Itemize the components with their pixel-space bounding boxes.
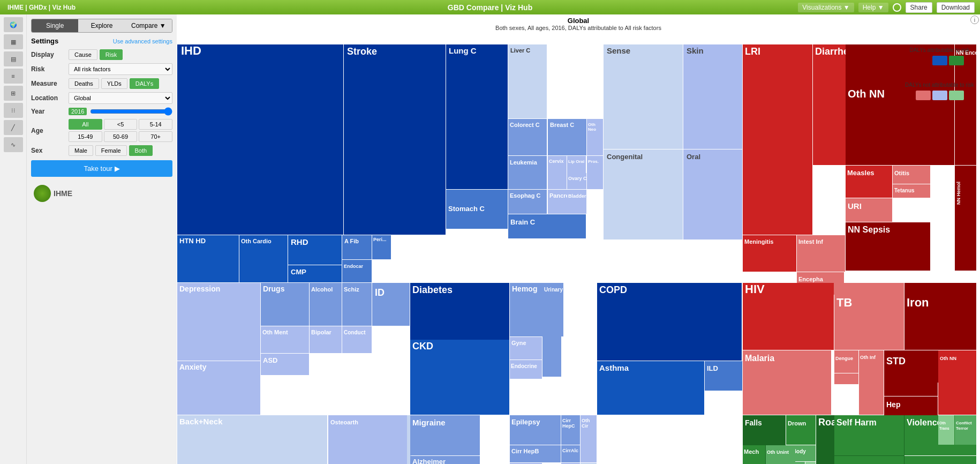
mode-tabs: Single Explore Compare ▼: [31, 19, 172, 33]
ihme-logo: [34, 185, 51, 202]
cell-oth-unint[interactable]: [766, 446, 795, 464]
display-control: Cause Risk: [69, 49, 172, 60]
deaths-toggle[interactable]: Deaths: [69, 78, 99, 89]
cell-iron[interactable]: [904, 283, 976, 350]
age-50-69[interactable]: 50-69: [104, 131, 138, 142]
sidebar: 🌍 ▦ ▤ ≡ ⊞ ⁝⁝ ╱ ∿ Single Explore Compare …: [0, 14, 177, 464]
advanced-settings-link[interactable]: Use advanced settings: [113, 38, 172, 44]
svg-text:Oth Unint: Oth Unint: [767, 450, 789, 455]
help-button[interactable]: Help ▼: [858, 3, 888, 12]
dalys-toggle[interactable]: DALYs: [130, 78, 159, 89]
cell-congenital[interactable]: [604, 149, 683, 240]
visualizations-button[interactable]: Visualizations ▼: [798, 3, 854, 12]
info-icon[interactable]: i: [970, 16, 979, 24]
topbar: IHME | GHDx | Viz Hub GBD Compare | Viz …: [0, 0, 980, 14]
svg-text:Liver C: Liver C: [510, 47, 530, 54]
svg-text:Falls: Falls: [745, 418, 762, 427]
age-5-14[interactable]: 5-14: [139, 119, 172, 130]
cell-nn-hemol[interactable]: [955, 166, 976, 271]
svg-text:Anxiety: Anxiety: [179, 363, 207, 371]
cell-skin[interactable]: [683, 44, 742, 149]
cell-sense[interactable]: [604, 44, 683, 149]
svg-text:COPD: COPD: [599, 285, 627, 295]
cell-lri[interactable]: [743, 44, 812, 235]
legend-attrib-colors: [903, 56, 976, 65]
svg-text:Hep: Hep: [886, 400, 900, 409]
svg-text:Alcohol: Alcohol: [311, 286, 333, 293]
svg-text:Oth: Oth: [588, 122, 595, 127]
sex-setting: Sex Male Female Both: [31, 145, 172, 156]
svg-text:ASD: ASD: [263, 356, 277, 364]
svg-text:Dengue: Dengue: [835, 356, 853, 361]
scatter-nav-icon[interactable]: ⁝⁝: [4, 103, 23, 118]
tab-explore[interactable]: Explore: [78, 19, 125, 32]
age-70plus[interactable]: 70+: [139, 131, 172, 142]
globe-icon: [893, 3, 901, 12]
svg-text:TB: TB: [836, 296, 852, 309]
age-under5[interactable]: <5: [104, 119, 138, 130]
cell-s-small[interactable]: [834, 373, 858, 384]
tab-compare[interactable]: Compare ▼: [125, 19, 172, 32]
cell-depression[interactable]: [177, 283, 260, 361]
cell-lung-c[interactable]: [446, 44, 508, 189]
legend-swatch-dark-red: [916, 56, 931, 65]
compare-nav-icon[interactable]: ⊞: [4, 86, 23, 101]
svg-text:Neo: Neo: [588, 127, 596, 132]
location-dropdown[interactable]: Global: [69, 92, 172, 104]
sex-both[interactable]: Both: [129, 145, 153, 156]
trend-nav-icon[interactable]: ∿: [4, 137, 23, 152]
svg-text:HIV: HIV: [745, 282, 765, 296]
svg-text:CKD: CKD: [412, 341, 433, 351]
cell-self-harm2[interactable]: [834, 456, 904, 464]
risk-dropdown[interactable]: All risk factors: [69, 63, 172, 75]
sex-label: Sex: [31, 147, 69, 154]
svg-text:Epilepsy: Epilepsy: [511, 418, 540, 426]
brand-logo[interactable]: IHME | GHDx | Viz Hub: [5, 4, 78, 11]
legend-not-attrib-colors: [903, 91, 976, 100]
cell-ihd[interactable]: [177, 44, 343, 235]
svg-text:Cirr HepB: Cirr HepB: [511, 448, 539, 454]
cell-liver-c[interactable]: [508, 44, 547, 118]
ylds-toggle[interactable]: YLDs: [101, 78, 127, 89]
sidebar-icon-nav: 🌍 ▦ ▤ ≡ ⊞ ⁝⁝ ╱ ∿: [0, 14, 27, 464]
cell-dengue[interactable]: [834, 350, 858, 373]
risk-toggle[interactable]: Risk: [100, 49, 123, 60]
share-button[interactable]: Share: [906, 2, 932, 13]
svg-text:Depression: Depression: [179, 285, 220, 293]
year-slider[interactable]: [90, 107, 172, 116]
line-nav-icon[interactable]: ╱: [4, 120, 23, 135]
svg-text:STD: STD: [886, 356, 906, 366]
svg-text:Oth NN: Oth NN: [940, 356, 956, 361]
cell-tb[interactable]: [834, 283, 904, 350]
sex-female[interactable]: Female: [95, 145, 127, 156]
cause-toggle[interactable]: Cause: [69, 49, 97, 60]
tab-single[interactable]: Single: [32, 19, 78, 32]
cell-violence2[interactable]: [904, 456, 976, 464]
svg-text:Oth: Oth: [939, 421, 946, 425]
cell-oth-inf[interactable]: [859, 350, 884, 415]
svg-text:ID: ID: [375, 287, 385, 298]
age-15-49[interactable]: 15-49: [69, 131, 102, 142]
stacked-nav-icon[interactable]: ≡: [4, 69, 23, 84]
year-control: 2016: [69, 107, 172, 116]
svg-text:Trans: Trans: [939, 426, 949, 430]
cell-urinary[interactable]: [542, 283, 561, 377]
svg-text:Ovary C: Ovary C: [568, 176, 587, 181]
settings-title: Settings: [31, 37, 58, 45]
globe-nav-icon[interactable]: 🌍: [4, 17, 23, 32]
cell-stroke[interactable]: [344, 44, 446, 235]
svg-text:Stomach C: Stomach C: [448, 205, 485, 213]
bar-chart-nav-icon[interactable]: ▤: [4, 51, 23, 66]
svg-text:CMP: CMP: [291, 268, 306, 276]
sex-male[interactable]: Male: [69, 145, 93, 156]
age-all[interactable]: All: [69, 119, 102, 130]
download-button[interactable]: Download: [937, 2, 975, 13]
grid-nav-icon[interactable]: ▦: [4, 34, 23, 49]
svg-text:Brain C: Brain C: [510, 218, 536, 226]
cell-poison[interactable]: [805, 462, 816, 464]
legend-swatch-salmon: [916, 91, 931, 100]
cell-oral[interactable]: [683, 149, 742, 240]
cell-lip-oral-c[interactable]: [567, 156, 586, 173]
svg-text:Oth Ment: Oth Ment: [262, 329, 288, 335]
svg-text:Breast C: Breast C: [550, 122, 574, 128]
